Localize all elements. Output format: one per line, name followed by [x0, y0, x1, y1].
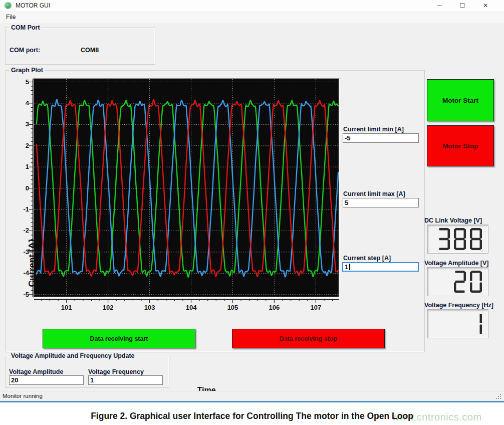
minimize-button[interactable]: ─ [428, 0, 451, 11]
com-port-value: COM8 [81, 47, 99, 54]
status-bar: Monitor running [0, 391, 504, 401]
seven-segment-voltage-amplitude [430, 270, 486, 293]
close-button[interactable]: ✕ [474, 0, 497, 11]
current-limit-min-label: Current limit min [A] [343, 126, 404, 133]
resize-grip-icon[interactable] [500, 398, 501, 399]
motor-stop-label: Motor Stop [442, 142, 478, 150]
voltage-amplitude-input-label: Voltage Amplitude [9, 368, 63, 375]
status-text: Monitor running [3, 393, 43, 399]
y-tick-label: 5 [17, 78, 29, 86]
dc-link-voltage-label: DC Link Voltage [V] [424, 217, 482, 224]
y-tick-label: -2 [17, 227, 29, 234]
voltage-amplitude-display [427, 267, 488, 296]
current-step-label: Current step [A] [343, 255, 391, 262]
menu-file[interactable]: File [4, 13, 18, 21]
data-receiving-start-label: Data receiving start [90, 335, 148, 342]
dc-link-voltage-display [427, 225, 488, 254]
maximize-button[interactable]: ☐ [451, 0, 474, 11]
plot-axes [20, 75, 343, 313]
caption-area: www.cntronics.com Figure 2. Graphical us… [0, 402, 504, 425]
y-tick-label: -3 [17, 248, 29, 256]
figure-caption: Figure 2. Graphical user Interface for C… [0, 411, 504, 421]
menu-bar: File [0, 11, 504, 23]
x-tick-label: 104 [181, 304, 201, 311]
voltage-amplitude-display-label: Voltage Amplitude [V] [424, 260, 488, 267]
voltage-amplitude-input[interactable] [9, 375, 84, 385]
window-title: MOTOR GUI [16, 2, 50, 9]
y-tick-label: 1 [17, 163, 29, 170]
y-tick-label: 3 [17, 120, 29, 128]
current-limit-min-input[interactable] [343, 133, 419, 143]
y-tick-label: -5 [17, 291, 29, 298]
current-chart: Current [A] Time 543210-1-2-3-4-51011021… [20, 75, 343, 313]
seven-segment-dc-link [430, 228, 486, 251]
x-tick-label: 105 [222, 304, 242, 311]
data-receiving-stop-label: Data receiving stop [280, 335, 337, 342]
text-caret [349, 264, 350, 270]
motor-start-label: Motor Start [442, 97, 478, 104]
app-window: MOTOR GUI ─ ☐ ✕ File COM Port COM port: … [0, 0, 504, 401]
app-logo-icon [5, 2, 12, 9]
x-tick-label: 107 [306, 304, 326, 311]
x-tick-label: 106 [264, 304, 284, 311]
x-tick-label: 102 [98, 304, 118, 311]
y-tick-label: 2 [17, 142, 29, 149]
com-port-group: COM Port COM port: COM8 [5, 28, 155, 65]
com-port-label: COM port: [10, 47, 40, 54]
data-receiving-start-button[interactable]: Data receiving start [43, 329, 195, 348]
motor-start-button[interactable]: Motor Start [427, 79, 494, 121]
current-limit-max-input[interactable] [343, 198, 419, 207]
com-port-group-title: COM Port [9, 24, 42, 31]
seven-segment-voltage-frequency [430, 312, 486, 335]
voltage-update-group-title: Voltage Amplitude and Frequency Update [9, 352, 137, 359]
motor-stop-button[interactable]: Motor Stop [427, 125, 494, 166]
y-tick-label: -4 [17, 269, 29, 277]
x-tick-label: 101 [57, 304, 77, 311]
voltage-frequency-input[interactable] [88, 375, 163, 385]
page: MOTOR GUI ─ ☐ ✕ File COM Port COM port: … [0, 0, 504, 425]
graph-plot-group-title: Graph Plot [9, 67, 45, 74]
voltage-frequency-input-label: Voltage Frequency [88, 368, 144, 375]
y-tick-label: -1 [17, 205, 29, 213]
current-step-input[interactable] [342, 262, 419, 272]
y-tick-label: 0 [17, 184, 29, 192]
voltage-update-group: Voltage Amplitude and Frequency Update V… [5, 356, 169, 388]
x-tick-label: 103 [140, 304, 160, 311]
y-tick-label: 4 [17, 99, 29, 107]
current-limit-max-label: Current limit max [A] [343, 190, 405, 197]
data-receiving-stop-button[interactable]: Data receiving stop [232, 329, 385, 348]
voltage-frequency-display-label: Voltage Frequency [Hz] [424, 302, 493, 309]
voltage-frequency-display [427, 309, 488, 338]
title-bar: MOTOR GUI ─ ☐ ✕ [0, 0, 504, 11]
